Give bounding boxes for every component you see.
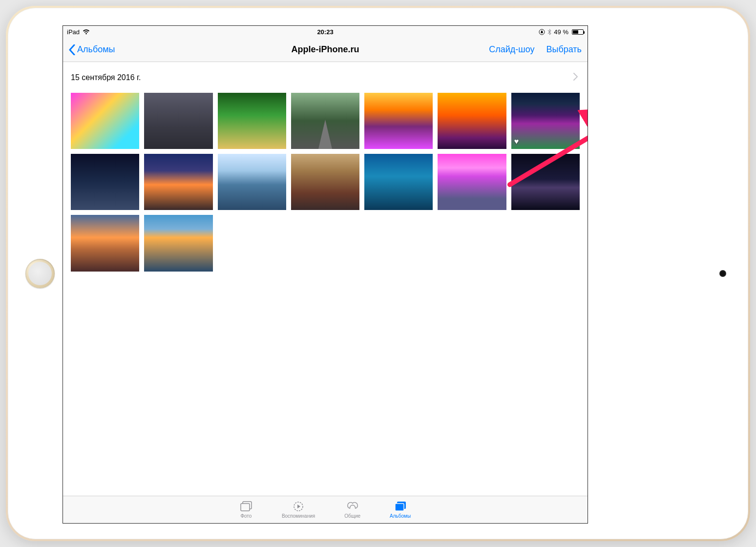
albums-tab-label: Альбомы	[390, 513, 411, 519]
favorite-heart-icon: ♥	[514, 137, 519, 146]
photo-image	[364, 154, 433, 210]
photo-thumbnail[interactable]	[291, 154, 359, 210]
tab-memories[interactable]: Воспоминания	[282, 501, 315, 519]
status-left: iPad	[67, 28, 90, 36]
section-detail-button[interactable]	[573, 72, 580, 83]
slideshow-button[interactable]: Слайд-шоу	[489, 44, 534, 55]
tab-bar: Фото Воспоминания Общие	[63, 496, 588, 523]
photo-thumbnail[interactable]	[364, 154, 433, 210]
select-button[interactable]: Выбрать	[546, 44, 582, 55]
photo-image	[144, 154, 212, 210]
photo-thumbnail[interactable]: ♥	[511, 93, 580, 149]
photo-image	[71, 215, 139, 271]
photo-image	[144, 215, 212, 271]
shared-tab-icon	[346, 501, 359, 512]
photo-thumbnail[interactable]	[144, 215, 212, 271]
shared-tab-label: Общие	[344, 513, 360, 519]
photo-grid: ♥	[63, 87, 588, 277]
front-camera	[719, 270, 726, 277]
photo-thumbnail[interactable]	[144, 154, 212, 210]
wifi-icon	[83, 29, 90, 35]
photos-tab-icon	[240, 501, 252, 512]
photo-thumbnail[interactable]	[71, 93, 139, 149]
svg-rect-2	[241, 504, 250, 511]
photo-thumbnail[interactable]	[438, 93, 506, 149]
photo-image	[71, 93, 139, 149]
memories-tab-label: Воспоминания	[282, 513, 315, 519]
photo-thumbnail[interactable]	[438, 154, 506, 210]
ipad-frame: iPad 20:23 49 %	[6, 6, 750, 541]
nav-bar: Альбомы Apple-iPhone.ru Слайд-шоу Выбрат…	[63, 38, 588, 62]
photo-thumbnail[interactable]	[218, 154, 286, 210]
battery-percent: 49 %	[554, 28, 568, 36]
photo-image	[218, 154, 286, 210]
photo-thumbnail[interactable]	[364, 93, 433, 149]
photo-thumbnail[interactable]	[71, 154, 139, 210]
chevron-left-icon	[69, 44, 75, 55]
home-button[interactable]	[25, 259, 55, 288]
photo-image	[144, 93, 212, 149]
back-label: Альбомы	[77, 44, 115, 55]
status-bar: iPad 20:23 49 %	[63, 26, 588, 38]
tab-albums[interactable]: Альбомы	[390, 501, 411, 519]
photos-tab-label: Фото	[240, 513, 252, 519]
photo-thumbnail[interactable]	[144, 93, 212, 149]
photo-image	[291, 93, 359, 149]
photo-image	[71, 154, 139, 210]
tab-shared[interactable]: Общие	[344, 501, 360, 519]
orientation-lock-icon	[539, 29, 545, 35]
screen: iPad 20:23 49 %	[63, 25, 588, 524]
photo-image	[511, 154, 580, 210]
tab-photos[interactable]: Фото	[240, 501, 252, 519]
photo-thumbnail[interactable]	[218, 93, 286, 149]
photo-image	[438, 93, 506, 149]
albums-tab-icon	[394, 501, 407, 512]
battery-icon	[571, 29, 584, 35]
chevron-right-icon	[573, 73, 578, 81]
content-area[interactable]: 15 сентября 2016 г. ♥	[63, 62, 588, 496]
status-time: 20:23	[317, 28, 333, 36]
page-title: Apple-iPhone.ru	[292, 44, 359, 55]
photo-thumbnail[interactable]	[511, 154, 580, 210]
bluetooth-icon	[547, 29, 551, 35]
photo-image	[291, 154, 359, 210]
photo-thumbnail[interactable]	[291, 93, 359, 149]
photo-image	[218, 93, 286, 149]
photo-thumbnail[interactable]	[71, 215, 139, 271]
photo-image	[438, 154, 506, 210]
section-header: 15 сентября 2016 г.	[63, 62, 588, 87]
device-label: iPad	[67, 28, 80, 36]
ipad-inner-frame: iPad 20:23 49 %	[8, 8, 748, 539]
svg-rect-5	[395, 504, 404, 511]
section-date: 15 сентября 2016 г.	[71, 73, 141, 82]
back-button[interactable]: Альбомы	[69, 44, 115, 55]
photo-image	[364, 93, 433, 149]
memories-tab-icon	[292, 501, 305, 512]
photo-image	[511, 93, 580, 149]
status-right: 49 %	[539, 28, 584, 36]
